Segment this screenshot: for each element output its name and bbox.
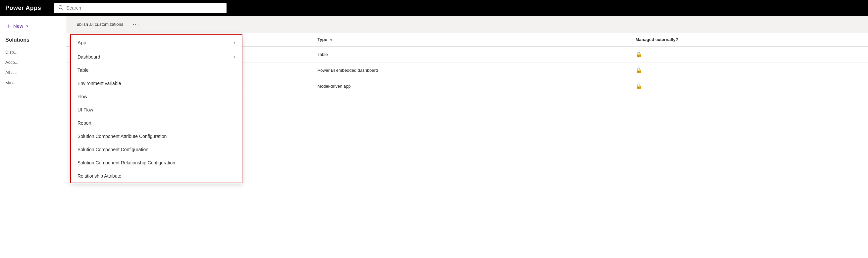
row-type-cell: Power BI embedded dashboard <box>312 63 630 78</box>
search-input[interactable] <box>66 5 222 10</box>
dropdown-report-item[interactable]: Report <box>71 116 242 130</box>
dropdown-ra-item[interactable]: Relationship Attribute <box>71 169 242 183</box>
dropdown-menu: App › Dashboard › Table Environment vari… <box>70 34 242 183</box>
dropdown-dashboard-item[interactable]: Dashboard › <box>71 50 242 64</box>
app-title: Power Apps <box>5 5 41 11</box>
solutions-label: Solutions <box>0 33 66 46</box>
sidebar-item-alla[interactable]: All a... <box>0 68 66 78</box>
new-button[interactable]: ＋ New ∨ <box>0 19 66 33</box>
chevron-right-icon: › <box>234 54 235 59</box>
dropdown-scc-item[interactable]: Solution Component Configuration <box>71 143 242 156</box>
new-label: New <box>13 23 23 29</box>
sidebar-section: Disp... Acco... All a... My a... <box>0 46 66 89</box>
dropdown-scac-item[interactable]: Solution Component Attribute Configurati… <box>71 130 242 143</box>
dropdown-env-var-item[interactable]: Environment variable <box>71 77 242 90</box>
toolbar: ublish all customizations ··· <box>66 16 868 33</box>
chevron-right-icon: › <box>234 40 235 45</box>
row-managed-cell: 🔒 <box>630 78 868 94</box>
chevron-down-icon: ∨ <box>26 24 29 28</box>
top-bar: Power Apps <box>0 0 868 16</box>
sidebar: ＋ New ∨ Solutions Disp... Acco... All a.… <box>0 16 66 258</box>
publish-all-label: ublish all customizations <box>77 22 123 27</box>
lock-icon: 🔒 <box>636 83 642 89</box>
dropdown-app-label: App <box>78 40 87 45</box>
main-layout: ＋ New ∨ Solutions Disp... Acco... All a.… <box>0 16 868 258</box>
row-type-cell: Model-driven app <box>312 78 630 94</box>
dropdown-ui-flow-item[interactable]: UI Flow <box>71 103 242 116</box>
search-icon <box>58 5 64 11</box>
publish-all-button[interactable]: ublish all customizations <box>73 20 127 29</box>
search-box[interactable] <box>54 3 226 13</box>
sort-icon: ∨ <box>330 38 332 42</box>
content-area: ublish all customizations ··· Name Type … <box>66 16 868 258</box>
dropdown-flow-item[interactable]: Flow <box>71 90 242 103</box>
row-managed-cell: 🔒 <box>630 46 868 63</box>
dropdown-app-item[interactable]: App › <box>71 35 242 50</box>
svg-line-1 <box>62 8 64 10</box>
dropdown-dashboard-label: Dashboard <box>78 54 100 60</box>
row-managed-cell: 🔒 <box>630 63 868 78</box>
dropdown-scrc-item[interactable]: Solution Component Relationship Configur… <box>71 156 242 169</box>
col-managed: Managed externally? <box>630 33 868 46</box>
lock-icon: 🔒 <box>636 68 642 73</box>
dropdown-table-item[interactable]: Table <box>71 64 242 77</box>
sidebar-item-mya[interactable]: My a... <box>0 78 66 88</box>
sidebar-item-disp[interactable]: Disp... <box>0 47 66 57</box>
sidebar-item-acco[interactable]: Acco... <box>0 57 66 68</box>
row-type-cell: Table <box>312 46 630 63</box>
lock-icon: 🔒 <box>636 51 642 57</box>
plus-icon: ＋ <box>5 22 11 30</box>
more-options-button[interactable]: ··· <box>132 21 140 28</box>
col-type[interactable]: Type ∨ <box>312 33 630 46</box>
